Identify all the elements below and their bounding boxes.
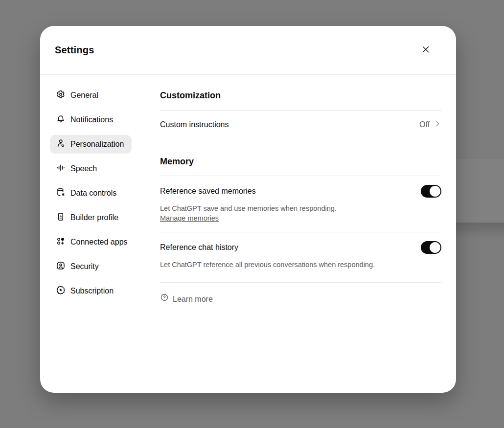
toggle-knob xyxy=(430,242,440,253)
reference-chat-history-label: Reference chat history xyxy=(160,242,238,253)
gear-icon xyxy=(56,90,66,101)
learn-more-label: Learn more xyxy=(173,293,213,306)
apps-grid-plus-icon xyxy=(56,236,66,248)
profile-card-icon xyxy=(56,212,66,224)
dialog-body: General Notifications xyxy=(40,75,456,306)
sidebar-item-label: Subscription xyxy=(70,287,114,295)
sidebar-item-builder-profile[interactable]: Builder profile xyxy=(50,208,126,227)
sidebar-item-notifications[interactable]: Notifications xyxy=(50,111,121,129)
sidebar-item-speech[interactable]: Speech xyxy=(50,159,105,178)
saved-memories-description: Let ChatGPT save and use memories when r… xyxy=(160,203,441,213)
chevron-right-icon xyxy=(434,120,441,130)
custom-instructions-row[interactable]: Custom instructions Off xyxy=(160,111,441,139)
manage-memories-link[interactable]: Manage memories xyxy=(160,213,219,223)
customization-heading: Customization xyxy=(160,75,441,111)
close-icon xyxy=(420,44,431,56)
dialog-header: Settings xyxy=(40,26,456,75)
dimmed-background-card-shadow xyxy=(456,223,504,239)
person-badge-icon xyxy=(56,261,66,272)
question-circle-icon xyxy=(160,293,169,306)
reference-saved-memories-row: Reference saved memories Let ChatGPT sav… xyxy=(160,176,441,232)
sidebar-item-label: Notifications xyxy=(70,115,113,124)
custom-instructions-label: Custom instructions xyxy=(160,119,229,131)
sidebar-item-label: Personalization xyxy=(70,140,124,149)
close-button[interactable] xyxy=(418,43,434,58)
reference-saved-memories-label: Reference saved memories xyxy=(160,185,256,197)
sidebar-item-label: Connected apps xyxy=(70,238,128,247)
sidebar-item-subscription[interactable]: Subscription xyxy=(50,282,121,300)
custom-instructions-value-button[interactable]: Off xyxy=(419,120,441,130)
memory-heading: Memory xyxy=(160,139,441,176)
waveform-icon xyxy=(56,163,66,175)
sidebar-item-label: Speech xyxy=(70,164,97,173)
custom-instructions-value: Off xyxy=(419,120,430,129)
settings-content: Customization Custom instructions Off Me… xyxy=(160,75,456,306)
reference-chat-history-row: Reference chat history Let ChatGPT refer… xyxy=(160,232,441,283)
chat-history-description: Let ChatGPT reference all previous conve… xyxy=(160,260,441,270)
bell-icon xyxy=(56,114,66,126)
sidebar-item-personalization[interactable]: Personalization xyxy=(50,135,132,154)
sidebar-item-label: Builder profile xyxy=(70,213,118,222)
sidebar-item-connected-apps[interactable]: Connected apps xyxy=(50,233,136,251)
database-gear-icon xyxy=(56,187,66,199)
person-heart-icon xyxy=(56,138,66,150)
settings-sidebar: General Notifications xyxy=(40,75,160,306)
sidebar-item-label: Security xyxy=(70,262,99,271)
settings-dialog: Settings General xyxy=(40,26,456,393)
dimmed-background-card xyxy=(456,158,504,223)
sidebar-item-general[interactable]: General xyxy=(50,86,106,105)
chat-history-toggle[interactable] xyxy=(421,241,441,254)
star-seal-icon xyxy=(56,285,66,297)
sidebar-item-security[interactable]: Security xyxy=(50,257,107,276)
toggle-knob xyxy=(430,186,440,197)
learn-more-button[interactable]: Learn more xyxy=(160,293,213,306)
sidebar-item-label: General xyxy=(70,91,98,100)
sidebar-item-data-controls[interactable]: Data controls xyxy=(50,184,124,203)
dialog-title: Settings xyxy=(55,45,94,56)
sidebar-item-label: Data controls xyxy=(70,189,116,198)
saved-memories-toggle[interactable] xyxy=(421,185,441,198)
